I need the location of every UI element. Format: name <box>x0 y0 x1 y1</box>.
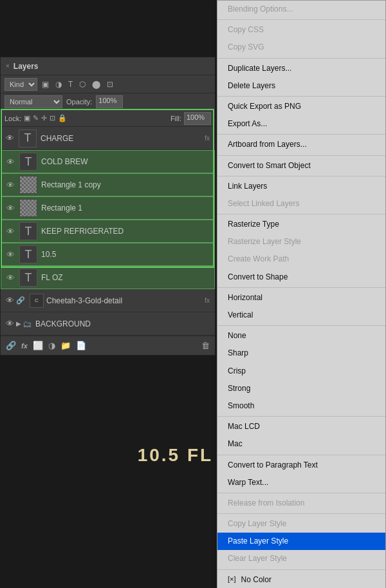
lock-all-icon[interactable]: 🔒 <box>58 114 67 122</box>
visibility-toggle[interactable]: 👁 <box>4 157 17 167</box>
menu-item-convert-shape[interactable]: Convert to Shape <box>217 269 385 286</box>
menu-item-warp-text[interactable]: Warp Text... <box>217 474 385 491</box>
visibility-toggle[interactable]: 👁 <box>3 296 16 305</box>
layer-thumbnail <box>19 176 37 194</box>
menu-item-no-color[interactable]: [×] No Color <box>217 571 385 588</box>
panel-footer: 🔗 fx ⬜ ◑ 📁 📄 🗑 <box>1 336 215 355</box>
visibility-toggle[interactable]: 👁 <box>4 250 17 260</box>
lock-pixels-icon[interactable]: ▣ <box>24 114 30 122</box>
opacity-label: Opacity: <box>66 98 92 106</box>
panel-title: Layers <box>14 62 39 71</box>
delete-layer-icon[interactable]: 🗑 <box>201 341 210 350</box>
smart-filter-icon[interactable]: ⬤ <box>90 79 102 90</box>
visibility-toggle[interactable]: 👁 <box>3 319 16 328</box>
menu-item-create-work-path[interactable]: Create Work Path <box>217 251 385 268</box>
menu-item-artboard[interactable]: Artboard from Layers... <box>217 136 385 153</box>
opacity-value[interactable]: 100% <box>96 95 123 108</box>
layer-row[interactable]: 👁 T CHARGE fx <box>1 127 215 150</box>
menu-item-vertical[interactable]: Vertical <box>217 307 385 324</box>
layer-name: FL OZ <box>41 273 212 282</box>
new-layer-icon[interactable]: 📄 <box>76 341 86 350</box>
menu-item-quick-export[interactable]: Quick Export as PNG <box>217 98 385 115</box>
layer-row[interactable]: 👁 T 10.5 <box>1 243 215 266</box>
shape-filter-icon[interactable]: ⬡ <box>77 79 87 90</box>
adjustment-icon[interactable]: ◑ <box>48 341 55 350</box>
menu-item-rasterize-style[interactable]: Rasterize Layer Style <box>217 233 385 251</box>
add-mask-icon[interactable]: ⬜ <box>33 341 43 350</box>
menu-divider <box>217 176 385 176</box>
visibility-toggle[interactable]: 👁 <box>3 133 16 143</box>
new-group-icon[interactable]: 📁 <box>60 341 71 350</box>
menu-item-copy-svg[interactable]: Copy SVG <box>217 39 385 56</box>
layer-thumbnail <box>19 199 37 217</box>
layer-row[interactable]: 👁 🔗 C Cheetah-3-Gold-detail fx <box>1 289 215 312</box>
kind-select[interactable]: Kind <box>5 78 37 91</box>
menu-item-release-iso[interactable]: Release from Isolation <box>217 495 385 512</box>
menu-item-strong[interactable]: Strong <box>217 380 385 397</box>
blend-mode-select[interactable]: Normal <box>5 95 62 108</box>
layer-row[interactable]: 👁 T FL OZ <box>1 266 215 289</box>
type-filter-icon[interactable]: T <box>66 79 75 90</box>
layer-thumbnail: T <box>19 222 37 240</box>
layer-row[interactable]: 👁 Rectangle 1 copy <box>1 173 215 196</box>
menu-item-smooth[interactable]: Smooth <box>217 397 385 415</box>
menu-item-rasterize-type[interactable]: Rasterize Type <box>217 216 385 233</box>
visibility-toggle[interactable]: 👁 <box>4 227 17 236</box>
layer-name: Rectangle 1 <box>41 204 212 213</box>
artboard-filter-icon[interactable]: ⊡ <box>105 79 115 90</box>
layer-name: KEEP REFRIGERATED <box>41 227 212 236</box>
adjustment-filter-icon[interactable]: ◑ <box>53 79 64 90</box>
visibility-toggle[interactable]: 👁 <box>4 204 17 213</box>
menu-item-link-layers[interactable]: Link Layers <box>217 178 385 195</box>
layer-name: Rectangle 1 copy <box>41 180 212 189</box>
layer-row[interactable]: 👁 Rectangle 1 <box>1 196 215 220</box>
layer-group-row[interactable]: 👁 ▶ 🗂 BACKGROUND <box>1 312 215 336</box>
lock-artboard-icon[interactable]: ⊡ <box>50 114 55 122</box>
menu-item-clear-style[interactable]: Clear Layer Style <box>217 550 385 567</box>
color-checkbox: [×] <box>228 574 236 585</box>
layer-thumbnail: T <box>19 129 37 147</box>
menu-item-select-linked[interactable]: Select Linked Layers <box>217 195 385 213</box>
lock-move-icon[interactable]: ✛ <box>41 114 47 122</box>
menu-item-crisp[interactable]: Crisp <box>217 363 385 380</box>
layers-list: 👁 T CHARGE fx 👁 T COLD BREW 👁 Rectangle … <box>1 127 215 336</box>
close-button[interactable]: × <box>6 62 10 70</box>
menu-item-smart-object[interactable]: Convert to Smart Object <box>217 157 385 175</box>
menu-item-export-as[interactable]: Export As... <box>217 115 385 133</box>
menu-item-convert-para[interactable]: Convert to Paragraph Text <box>217 457 385 474</box>
menu-item-duplicate[interactable]: Duplicate Layers... <box>217 60 385 77</box>
layer-effects-badge: fx <box>205 135 210 142</box>
lock-position-icon[interactable]: ✎ <box>33 114 39 122</box>
menu-divider <box>217 134 385 135</box>
add-style-icon[interactable]: fx <box>21 342 28 350</box>
menu-item-sharp[interactable]: Sharp <box>217 345 385 362</box>
lock-label: Lock: <box>5 115 21 122</box>
pixel-filter-icon[interactable]: ▣ <box>40 79 51 90</box>
layer-row[interactable]: 👁 T COLD BREW <box>1 150 215 173</box>
visibility-toggle[interactable]: 👁 <box>4 180 17 190</box>
menu-item-horizontal[interactable]: Horizontal <box>217 289 385 307</box>
menu-item-blending[interactable]: Blending Options... <box>217 1 385 18</box>
menu-item-copy-css[interactable]: Copy CSS <box>217 21 385 39</box>
link-icon: 🔗 <box>16 296 25 305</box>
menu-item-copy-style[interactable]: Copy Layer Style <box>217 515 385 533</box>
layer-row[interactable]: 👁 T KEEP REFRIGERATED <box>1 220 215 243</box>
menu-divider <box>217 569 385 570</box>
layer-name: COLD BREW <box>41 157 212 166</box>
menu-item-none[interactable]: None <box>217 327 385 345</box>
layer-thumbnail: T <box>19 269 37 287</box>
link-layers-icon[interactable]: 🔗 <box>6 341 16 350</box>
menu-item-mac-lcd[interactable]: Mac LCD <box>217 418 385 435</box>
panel-options: Normal Opacity: 100% <box>1 93 215 110</box>
layer-effects-badge: fx <box>205 297 210 304</box>
menu-divider <box>217 416 385 417</box>
fill-label: Fill: <box>170 115 181 122</box>
visibility-toggle[interactable]: 👁 <box>4 273 17 283</box>
menu-item-mac[interactable]: Mac <box>217 435 385 453</box>
layer-thumbnail: T <box>19 245 37 263</box>
fill-value[interactable]: 100% <box>184 112 211 125</box>
panel-header: × Layers <box>1 57 215 75</box>
menu-item-delete[interactable]: Delete Layers <box>217 77 385 95</box>
menu-divider <box>217 325 385 326</box>
menu-item-paste-style[interactable]: Paste Layer Style <box>217 533 385 550</box>
